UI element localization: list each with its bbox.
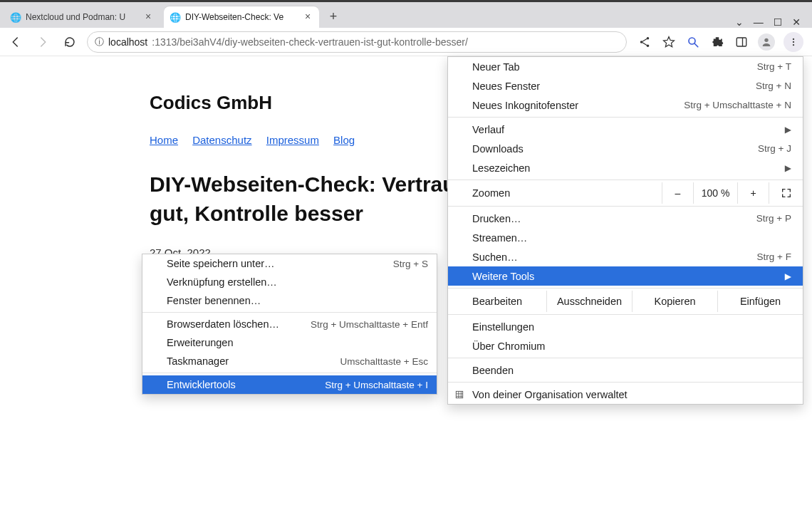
nav-link-home[interactable]: Home — [150, 134, 178, 146]
menu-downloads[interactable]: Downloads Strg + J — [448, 139, 803, 158]
svg-rect-10 — [456, 391, 462, 397]
edit-copy-button[interactable]: Kopieren — [632, 291, 717, 312]
menu-item-shortcut: Strg + Umschalttaste + I — [325, 380, 428, 390]
browser-tab-0[interactable]: 🌐 Nextcloud und Podman: U × — [4, 6, 160, 28]
fullscreen-icon — [781, 187, 792, 199]
menu-item-shortcut: Strg + Umschalttaste + Entf — [311, 319, 428, 330]
close-window-button[interactable]: ✕ — [792, 16, 801, 28]
tab-title: DIY-Webseiten-Check: Ve — [185, 12, 298, 22]
browser-tab-1[interactable]: 🌐 DIY-Webseiten-Check: Ve × — [164, 6, 319, 28]
extensions-icon[interactable] — [709, 34, 725, 50]
submenu-taskmanager[interactable]: Taskmanager Umschalttaste + Esc — [142, 352, 437, 370]
svg-point-1 — [647, 37, 649, 39]
menu-new-tab[interactable]: Neuer Tab Strg + T — [448, 57, 803, 76]
submenu-extensions[interactable]: Erweiterungen — [142, 333, 437, 352]
window-controls: ⌄ — ☐ ✕ — [735, 16, 808, 28]
close-icon[interactable]: × — [142, 11, 154, 23]
menu-item-label: Neuer Tab — [472, 61, 757, 73]
tab-title: Nextcloud und Podman: U — [26, 12, 138, 22]
zoom-out-button[interactable]: – — [662, 182, 693, 204]
browser-toolbar: ⓘ localhost:1313/bei3ahV4/diy-webseiten-… — [0, 28, 812, 56]
svg-point-8 — [793, 41, 794, 42]
menu-item-label: Von deiner Organisation verwaltet — [472, 389, 791, 400]
menu-item-shortcut: Strg + P — [756, 213, 791, 224]
close-icon[interactable]: × — [302, 11, 313, 23]
more-tools-submenu: Seite speichern unter… Strg + S Verknüpf… — [142, 254, 437, 395]
organization-icon — [454, 390, 467, 400]
nav-link-datenschutz[interactable]: Datenschutz — [192, 134, 251, 146]
submenu-name-window[interactable]: Fenster benennen… — [142, 291, 437, 310]
search-icon[interactable] — [685, 34, 701, 50]
menu-managed-by-org[interactable]: Von deiner Organisation verwaltet — [448, 385, 803, 404]
menu-item-label: Taskmanager — [167, 355, 340, 367]
menu-item-shortcut: Strg + T — [757, 61, 791, 72]
submenu-devtools[interactable]: Entwicklertools Strg + Umschalttaste + I — [142, 375, 437, 394]
submenu-create-shortcut[interactable]: Verknüpfung erstellen… — [142, 273, 437, 291]
menu-button[interactable] — [784, 32, 803, 52]
url-path: :1313/bei3ahV4/diy-webseiten-check-vertr… — [152, 36, 468, 48]
address-bar[interactable]: ⓘ localhost:1313/bei3ahV4/diy-webseiten-… — [87, 31, 627, 53]
menu-item-label: Erweiterungen — [167, 337, 428, 348]
menu-item-shortcut: Umschalttaste + Esc — [340, 356, 428, 367]
menu-item-shortcut: Strg + S — [393, 259, 428, 269]
menu-cast[interactable]: Streamen… — [448, 228, 803, 247]
menu-item-label: Neues Fenster — [472, 80, 756, 92]
svg-point-6 — [764, 38, 768, 41]
profile-avatar[interactable] — [758, 33, 775, 51]
menu-item-shortcut: Strg + N — [756, 80, 791, 91]
edit-paste-button[interactable]: Einfügen — [717, 291, 803, 312]
back-button[interactable] — [6, 32, 26, 52]
menu-item-label: Verlauf — [472, 124, 779, 135]
side-panel-icon[interactable] — [734, 34, 749, 50]
menu-item-label: Bearbeiten — [472, 291, 546, 312]
minimize-button[interactable]: — — [754, 16, 764, 28]
share-icon[interactable] — [637, 34, 652, 50]
chevron-down-icon[interactable]: ⌄ — [735, 16, 744, 28]
chevron-right-icon: ▶ — [785, 125, 791, 135]
menu-bookmarks[interactable]: Lesezeichen ▶ — [448, 158, 803, 177]
edit-cut-button[interactable]: Ausschneiden — [546, 291, 632, 312]
globe-icon: 🌐 — [170, 11, 181, 23]
menu-item-label: Verknüpfung erstellen… — [167, 276, 428, 288]
maximize-button[interactable]: ☐ — [774, 16, 783, 28]
svg-point-2 — [647, 44, 649, 46]
menu-item-shortcut: Strg + J — [758, 143, 791, 154]
menu-item-label: Suchen… — [472, 251, 757, 263]
globe-icon: 🌐 — [10, 11, 21, 23]
site-info-icon[interactable]: ⓘ — [95, 36, 104, 48]
reload-button[interactable] — [60, 32, 80, 52]
chevron-right-icon: ▶ — [785, 271, 791, 281]
chevron-right-icon: ▶ — [785, 163, 791, 173]
menu-find[interactable]: Suchen… Strg + F — [448, 247, 803, 266]
forward-button[interactable] — [33, 32, 53, 52]
svg-point-0 — [640, 41, 642, 43]
menu-item-label: Fenster benennen… — [167, 295, 428, 306]
menu-about[interactable]: Über Chromium — [448, 336, 803, 355]
svg-point-9 — [793, 43, 794, 45]
svg-rect-4 — [736, 38, 746, 46]
menu-item-shortcut: Strg + F — [757, 251, 791, 262]
menu-item-label: Streamen… — [472, 232, 791, 244]
menu-settings[interactable]: Einstellungen — [448, 317, 803, 336]
nav-link-impressum[interactable]: Impressum — [266, 134, 319, 146]
menu-history[interactable]: Verlauf ▶ — [448, 120, 803, 139]
menu-exit[interactable]: Beenden — [448, 360, 803, 380]
svg-point-3 — [689, 38, 695, 44]
menu-item-label: Einstellungen — [472, 321, 791, 333]
new-tab-button[interactable]: + — [323, 6, 343, 26]
zoom-in-button[interactable]: + — [737, 182, 769, 204]
submenu-clear-data[interactable]: Browserdaten löschen… Strg + Umschalttas… — [142, 315, 437, 333]
menu-new-window[interactable]: Neues Fenster Strg + N — [448, 76, 803, 95]
menu-zoom: Zoomen – 100 % + — [448, 182, 803, 204]
submenu-save-as[interactable]: Seite speichern unter… Strg + S — [142, 254, 437, 273]
nav-link-blog[interactable]: Blog — [333, 134, 355, 146]
menu-new-incognito[interactable]: Neues Inkognitofenster Strg + Umschaltta… — [448, 95, 803, 115]
menu-item-label: Drucken… — [472, 213, 756, 224]
menu-print[interactable]: Drucken… Strg + P — [448, 209, 803, 228]
menu-more-tools[interactable]: Weitere Tools ▶ — [448, 266, 803, 286]
menu-item-label: Browserdaten löschen… — [167, 318, 311, 330]
bookmark-star-icon[interactable] — [661, 34, 677, 50]
menu-item-shortcut: Strg + Umschalttaste + N — [684, 100, 791, 110]
browser-menu: Neuer Tab Strg + T Neues Fenster Strg + … — [447, 56, 803, 405]
fullscreen-button[interactable] — [769, 182, 803, 204]
